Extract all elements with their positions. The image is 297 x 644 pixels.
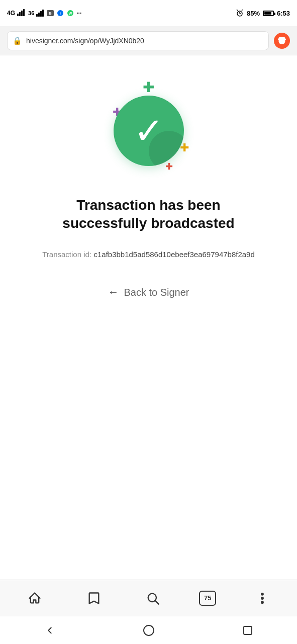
- checkmark-icon: ✓: [134, 113, 164, 149]
- network-indicator: 4G: [7, 10, 15, 17]
- svg-point-22: [261, 597, 263, 599]
- system-home-button[interactable]: [138, 619, 160, 641]
- browser-nav-bar: 75: [0, 580, 297, 616]
- svg-rect-3: [23, 9, 25, 16]
- transaction-id: c1afb3bb1d5ad586d10ebeef3ea697947b8f2a9d: [93, 250, 254, 259]
- lock-icon: 🔒: [13, 36, 22, 45]
- search-nav-button[interactable]: [140, 585, 166, 611]
- secondary-network: 36: [28, 10, 34, 16]
- svg-rect-0: [17, 14, 19, 16]
- signal-bars-2: [36, 10, 44, 17]
- svg-point-23: [261, 601, 263, 603]
- notification-icon-1: B: [46, 10, 54, 17]
- battery-icon: [263, 11, 274, 16]
- success-title-line2: successfully broadcasted: [62, 215, 234, 231]
- notification-icon-3: W: [66, 10, 74, 17]
- home-nav-button[interactable]: [22, 585, 48, 611]
- alarm-icon: [236, 10, 244, 17]
- battery-percent: 85%: [247, 10, 260, 17]
- system-recents-button[interactable]: [237, 619, 259, 641]
- svg-line-18: [242, 10, 243, 11]
- svg-rect-1: [19, 12, 21, 16]
- menu-nav-button[interactable]: [249, 585, 275, 611]
- system-back-button[interactable]: [39, 619, 61, 641]
- success-circle: ✓: [114, 96, 184, 166]
- svg-point-21: [261, 593, 263, 595]
- svg-rect-2: [21, 11, 23, 16]
- svg-rect-4: [36, 14, 38, 17]
- success-title: Transaction has been successfully broadc…: [62, 196, 234, 233]
- more-notifications: ···: [76, 10, 81, 17]
- success-icon-wrapper: ✚ ✚ ✚ ✚ ✓: [104, 80, 194, 181]
- system-recents-icon: [243, 626, 252, 635]
- status-left: 4G 36 B i W ···: [7, 9, 81, 18]
- bookmark-icon: [87, 591, 101, 605]
- svg-line-20: [156, 601, 159, 604]
- status-bar: 4G 36 B i W ···: [0, 0, 297, 26]
- menu-icon: [255, 591, 269, 605]
- svg-text:W: W: [69, 12, 72, 15]
- time: 6:53: [277, 10, 290, 17]
- svg-line-17: [237, 10, 238, 11]
- system-back-icon: [44, 625, 55, 636]
- url-bar: 🔒 hivesigner.com/sign/op/WyJjdXN0b20: [0, 26, 297, 55]
- bookmark-nav-button[interactable]: [81, 585, 107, 611]
- system-home-icon: [143, 625, 154, 636]
- back-to-signer-label: Back to Signer: [124, 287, 189, 298]
- success-title-line1: Transaction has been: [76, 197, 220, 213]
- transaction-label: Transaction id:: [42, 250, 91, 259]
- brave-browser-icon[interactable]: [274, 33, 290, 49]
- back-arrow-icon: ←: [108, 286, 119, 299]
- tabs-count: 75: [204, 594, 211, 602]
- svg-text:B: B: [49, 11, 52, 16]
- search-icon: [146, 591, 160, 605]
- status-right: 85% 6:53: [236, 10, 290, 17]
- url-text: hivesigner.com/sign/op/WyJjdXN0b20: [26, 37, 263, 45]
- svg-rect-6: [40, 11, 42, 17]
- url-input-area[interactable]: 🔒 hivesigner.com/sign/op/WyJjdXN0b20: [7, 31, 269, 50]
- transaction-section: Transaction id: c1afb3bb1d5ad586d10ebeef…: [42, 248, 255, 261]
- signal-bars: [17, 9, 26, 18]
- sparkle-top: ✚: [143, 80, 154, 95]
- system-nav-bar: [0, 616, 297, 644]
- home-icon: [28, 591, 42, 605]
- brave-logo: [277, 36, 287, 46]
- notification-icon-2: i: [56, 10, 64, 17]
- svg-text:i: i: [60, 12, 61, 15]
- svg-rect-5: [38, 13, 40, 17]
- svg-rect-7: [42, 10, 44, 17]
- tabs-button[interactable]: 75: [199, 591, 216, 606]
- back-to-signer-button[interactable]: ← Back to Signer: [108, 286, 189, 299]
- main-content: ✚ ✚ ✚ ✚ ✓ Transaction has been successfu…: [0, 55, 297, 580]
